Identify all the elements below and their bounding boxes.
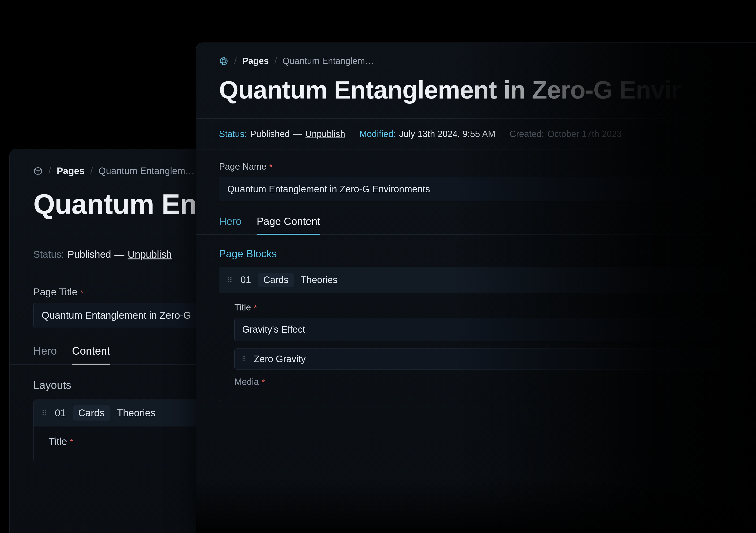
breadcrumb-separator: / <box>234 56 237 66</box>
breadcrumb-separator: / <box>90 166 93 176</box>
block-media-label: Media * <box>234 377 725 387</box>
svg-point-2 <box>220 58 227 65</box>
breadcrumb-current: Quantum Entanglem… <box>283 56 374 66</box>
block-title-label-text: Title <box>234 303 251 312</box>
modified-value: July 13th 2024, 9:55 AM <box>399 129 496 139</box>
required-indicator: * <box>262 378 265 387</box>
block-name: Theories <box>117 407 155 419</box>
block-title-label-text: Title <box>49 436 67 447</box>
breadcrumb-root[interactable]: Pages <box>242 56 269 66</box>
breadcrumb: / Pages / Quantum Entanglem… <box>196 43 756 66</box>
app-logo-icon <box>219 57 229 66</box>
bottom-fade-overlay <box>196 477 756 533</box>
status-row: Status: Published — Unpublish Modified: … <box>196 119 756 149</box>
required-indicator: * <box>80 288 83 297</box>
unpublish-link[interactable]: Unpublish <box>127 249 172 260</box>
app-logo-icon <box>33 166 43 176</box>
block-name: Theories <box>301 275 338 285</box>
block-index: 01 <box>55 407 66 419</box>
page-title: Quantum Entanglement in Zero-G Envir <box>196 66 756 119</box>
block-item-row[interactable]: ⠿ Zero Gravity <box>234 348 725 370</box>
page-title-label-text: Page Title <box>33 286 77 298</box>
created-label: Created: <box>510 129 544 139</box>
page-name-input[interactable] <box>219 177 740 201</box>
status-dash: — <box>293 129 302 139</box>
block-title-label: Title * <box>234 303 725 312</box>
block-type-tag: Cards <box>258 273 294 287</box>
svg-point-4 <box>222 58 225 65</box>
block-header[interactable]: ⠿ 01 Cards Theories <box>219 267 740 293</box>
tabs: Hero Page Content <box>196 201 756 235</box>
block-item-name: Zero Gravity <box>254 354 306 364</box>
status-label: Status: <box>219 129 247 139</box>
modified-label: Modified: <box>359 129 396 139</box>
breadcrumb-separator: / <box>275 56 277 66</box>
status-value: Published <box>250 129 290 139</box>
tab-hero[interactable]: Hero <box>33 344 57 364</box>
drag-handle-icon[interactable]: ⠿ <box>41 411 48 415</box>
block-title-input[interactable] <box>234 318 725 341</box>
unpublish-link[interactable]: Unpublish <box>305 129 345 139</box>
page-name-label-text: Page Name <box>219 162 266 172</box>
status-label: Status: <box>33 249 64 260</box>
block-media-label-text: Media <box>234 377 259 387</box>
tab-page-content[interactable]: Page Content <box>256 215 320 234</box>
section-page-blocks-label: Page Blocks <box>196 235 756 267</box>
page-name-label: Page Name * <box>219 162 740 172</box>
breadcrumb-current: Quantum Entanglem… <box>98 166 195 176</box>
editor-window-front: / Pages / Quantum Entanglem… Quantum Ent… <box>196 42 756 533</box>
required-indicator: * <box>70 438 73 447</box>
drag-handle-icon[interactable]: ⠿ <box>242 357 247 361</box>
required-indicator: * <box>269 162 272 172</box>
svg-point-3 <box>220 60 227 63</box>
created-value: October 17th 2023 <box>547 129 622 139</box>
status-value: Published <box>68 249 111 260</box>
drag-handle-icon[interactable]: ⠿ <box>227 278 233 282</box>
block-type-tag: Cards <box>73 405 110 420</box>
block-index: 01 <box>240 275 251 285</box>
form-area: Page Name * <box>196 150 756 201</box>
tab-content[interactable]: Content <box>72 344 110 364</box>
block-body: Title * ⠿ Zero Gravity Media * <box>219 293 740 402</box>
breadcrumb-root[interactable]: Pages <box>57 166 85 176</box>
block-card: ⠿ 01 Cards Theories Title * ⠿ Zero Gravi… <box>219 267 740 402</box>
breadcrumb-separator: / <box>48 166 51 176</box>
tab-hero[interactable]: Hero <box>219 215 241 234</box>
required-indicator: * <box>254 303 257 312</box>
status-dash: — <box>114 249 124 260</box>
